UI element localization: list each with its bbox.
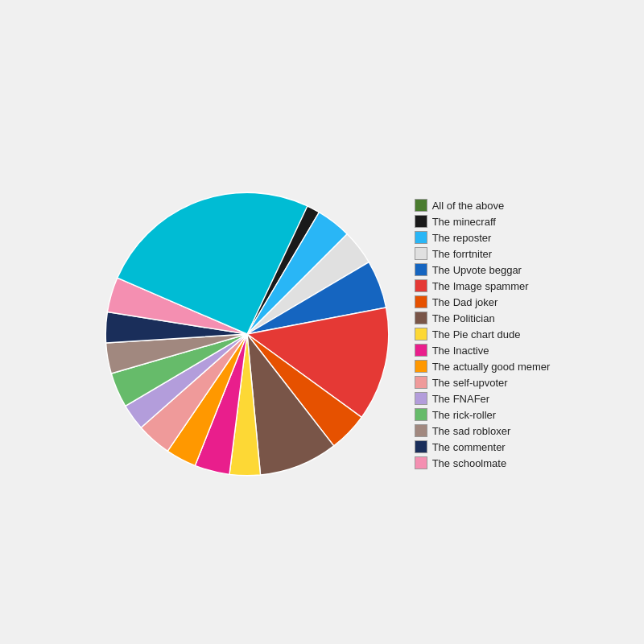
legend-label: The actually good memer (432, 361, 551, 373)
legend-label: The Pie chart dude (432, 328, 521, 341)
legend-label: The Inactive (432, 345, 489, 357)
legend-item: The Image spammer (415, 279, 551, 292)
legend-color-box (415, 215, 427, 228)
legend-color-box (415, 199, 427, 212)
legend-label: The Upvote beggar (432, 264, 522, 276)
legend-label: The schoolmate (432, 457, 507, 469)
legend-label: The Image spammer (432, 280, 529, 292)
legend-item: The reposter (415, 231, 551, 244)
legend-label: The FNAFer (432, 393, 490, 405)
legend-item: All of the above (415, 199, 551, 212)
legend: All of the aboveThe minecraffThe reposte… (415, 199, 551, 469)
legend-item: The Inactive (415, 344, 551, 357)
legend-color-box (415, 263, 427, 276)
legend-label: The minecraff (432, 216, 496, 228)
legend-label: The rick-roller (432, 409, 496, 421)
legend-item: The FNAFer (415, 392, 551, 405)
legend-color-box (415, 295, 427, 308)
legend-item: The commenter (415, 440, 551, 453)
legend-item: The sad robloxer (415, 424, 551, 437)
legend-item: The forrtniter (415, 247, 551, 260)
legend-color-box (415, 456, 427, 469)
legend-color-box (415, 360, 427, 373)
legend-color-box (415, 440, 427, 453)
legend-label: The Politician (432, 312, 495, 324)
legend-item: The Dad joker (415, 295, 551, 308)
legend-color-box (415, 376, 427, 389)
legend-label: The Dad joker (432, 296, 498, 308)
legend-item: The schoolmate (415, 456, 551, 469)
legend-label: The forrtniter (432, 248, 492, 260)
legend-color-box (415, 247, 427, 260)
legend-item: The actually good memer (415, 360, 551, 373)
chart-area: All of the aboveThe minecraffThe reposte… (0, 32, 644, 644)
legend-label: The commenter (432, 441, 506, 453)
legend-item: The Politician (415, 312, 551, 324)
pie-chart (94, 181, 400, 487)
legend-item: The Upvote beggar (415, 263, 551, 276)
legend-label: All of the above (432, 200, 505, 212)
legend-item: The self-upvoter (415, 376, 551, 389)
legend-label: The reposter (432, 232, 492, 244)
legend-item: The Pie chart dude (415, 328, 551, 341)
legend-color-box (415, 408, 427, 421)
legend-item: The minecraff (415, 215, 551, 228)
legend-color-box (415, 424, 427, 437)
legend-color-box (415, 279, 427, 292)
legend-color-box (415, 312, 427, 324)
legend-label: The self-upvoter (432, 377, 508, 389)
legend-color-box (415, 344, 427, 357)
legend-label: The sad robloxer (432, 425, 511, 437)
legend-color-box (415, 328, 427, 341)
legend-color-box (415, 231, 427, 244)
legend-item: The rick-roller (415, 408, 551, 421)
legend-color-box (415, 392, 427, 405)
